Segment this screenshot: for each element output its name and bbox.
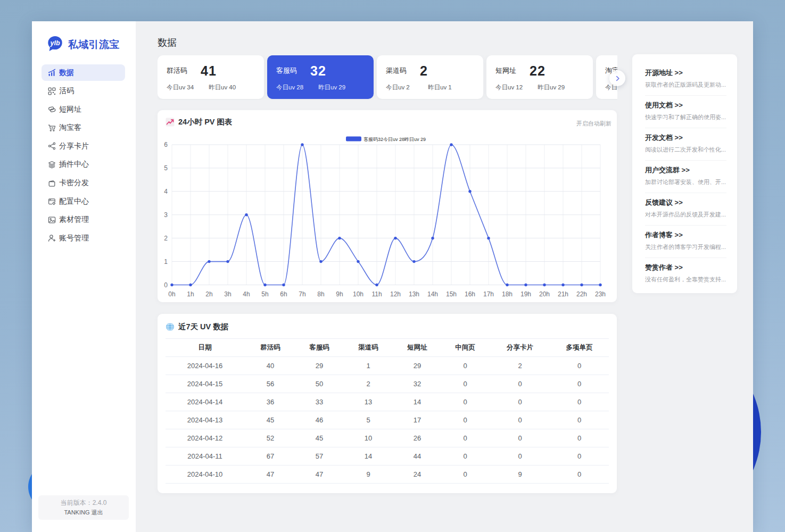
- stat-value: 22: [530, 63, 546, 79]
- table-cell: 0: [440, 393, 490, 411]
- table-cell: 44: [394, 447, 440, 466]
- sidebar-item-account[interactable]: 账号管理: [42, 230, 125, 246]
- svg-text:19h: 19h: [520, 290, 531, 298]
- link-item-blog[interactable]: 作者博客 >>关注作者的博客学习开发编程...: [645, 226, 726, 258]
- table-cell: 0: [490, 393, 550, 411]
- table-cell: 0: [440, 447, 490, 466]
- svg-text:11h: 11h: [371, 290, 382, 298]
- table-cell: 0: [440, 375, 490, 393]
- stat-card-3[interactable]: 渠道码2今日uv 2昨日uv 1: [377, 55, 483, 99]
- auto-refresh-toggle[interactable]: 开启自动刷新: [576, 120, 612, 128]
- stat-value: 41: [201, 63, 217, 79]
- table-cell: 0: [490, 447, 550, 466]
- table-cell: 9: [342, 466, 394, 484]
- table-cell: 67: [244, 447, 296, 466]
- stat-card-2[interactable]: 客服码32今日uv 28昨日uv 29: [267, 55, 374, 99]
- table-cell: 0: [490, 411, 550, 429]
- carousel-next-button[interactable]: [609, 70, 625, 86]
- table-row: 2024-04-1252451026000: [166, 429, 609, 447]
- table-cell: 33: [296, 393, 342, 411]
- sidebar-item-qrcode[interactable]: 活码: [42, 83, 125, 99]
- table-cell: 0: [490, 429, 550, 447]
- stat-value: 2: [420, 63, 428, 79]
- table-cell: 36: [244, 393, 296, 411]
- account-logout[interactable]: TANKING 退出: [38, 509, 129, 517]
- svg-text:4h: 4h: [243, 290, 250, 298]
- table-cell: 13: [342, 393, 394, 411]
- pv-line-chart: 01234560h1h2h3h4h5h6h7h8h9h10h11h12h13h1…: [158, 131, 617, 302]
- svg-text:4: 4: [164, 188, 168, 195]
- svg-text:17h: 17h: [483, 290, 494, 298]
- sidebar-item-shorturl[interactable]: 短网址: [42, 101, 125, 118]
- link-desc: 对本开源作品的反馈及开发建...: [645, 211, 726, 218]
- cart-icon: [48, 124, 56, 132]
- svg-text:3: 3: [164, 211, 168, 219]
- svg-text:23h: 23h: [595, 290, 606, 298]
- stat-card-4[interactable]: 短网址22今日uv 12昨日uv 29: [486, 55, 593, 99]
- svg-text:20h: 20h: [539, 290, 550, 298]
- sidebar-item-config[interactable]: 配置中心: [42, 193, 125, 210]
- uv-table: 日期群活码客服码渠道码短网址中间页分享卡片多项单页 2024-04-164029…: [166, 338, 609, 484]
- link-item-usage[interactable]: 使用文档 >>快速学习和了解正确的使用姿...: [645, 96, 726, 128]
- link-item-group[interactable]: 用户交流群 >>加群讨论部署安装、使用、开...: [645, 161, 726, 193]
- sidebar-item-label: 数据: [59, 68, 74, 78]
- table-header-cell: 多项单页: [550, 339, 609, 357]
- table-cell: 2024-04-13: [166, 411, 244, 429]
- account-name: TANKING: [64, 509, 89, 516]
- link-item-source[interactable]: 开源地址 >>获取作者的正版源码及更新动...: [645, 63, 726, 96]
- logo-bubble-icon: ylb: [46, 35, 66, 55]
- svg-text:13h: 13h: [409, 290, 419, 298]
- table-header-cell: 渠道码: [342, 339, 394, 357]
- stat-yesterday-uv: 昨日uv 29: [538, 84, 565, 92]
- svg-text:5: 5: [164, 164, 168, 172]
- link-item-feedback[interactable]: 反馈建议 >>对本开源作品的反馈及开发建...: [645, 193, 726, 226]
- svg-text:客服码32今日uv 28昨日uv 29: 客服码32今日uv 28昨日uv 29: [363, 137, 426, 142]
- link-title: 开发文档 >>: [645, 134, 726, 142]
- chart-legend[interactable]: 客服码32今日uv 28昨日uv 29: [346, 137, 426, 142]
- table-cell: 29: [394, 357, 440, 375]
- sidebar-item-label: 淘宝客: [59, 123, 81, 132]
- table-cell: 14: [342, 447, 394, 466]
- chart-bars-icon: [48, 69, 56, 77]
- table-cell: 45: [296, 429, 342, 447]
- uv-table-card: 近7天 UV 数据 日期群活码客服码渠道码短网址中间页分享卡片多项单页 2024…: [158, 314, 617, 493]
- link-icon: [48, 105, 56, 113]
- sidebar-item-taobao[interactable]: 淘宝客: [42, 120, 125, 136]
- svg-text:15h: 15h: [446, 290, 457, 298]
- link-item-dev[interactable]: 开发文档 >>阅读以进行二次开发和个性化...: [645, 128, 726, 161]
- table-cell: 0: [550, 357, 609, 375]
- table-cell: 0: [550, 447, 609, 466]
- table-cell: 2: [342, 375, 394, 393]
- svg-text:18h: 18h: [502, 290, 513, 298]
- table-cell: 47: [244, 466, 296, 484]
- link-item-donate[interactable]: 赞赏作者 >>没有任何盈利，全靠赞赏支持...: [645, 258, 726, 290]
- sidebar-item-data[interactable]: 数据: [42, 64, 125, 81]
- table-cell: 0: [550, 411, 609, 429]
- table-cell: 0: [440, 357, 490, 375]
- sidebar-item-cards[interactable]: 分享卡片: [42, 138, 125, 154]
- link-desc: 获取作者的正版源码及更新动...: [645, 81, 726, 88]
- svg-text:2: 2: [164, 235, 168, 242]
- svg-text:2h: 2h: [205, 290, 212, 298]
- stat-value: 32: [310, 63, 326, 79]
- link-desc: 没有任何盈利，全靠赞赏支持...: [645, 276, 726, 283]
- sidebar-item-plugins[interactable]: 插件中心: [42, 156, 125, 173]
- table-header-cell: 短网址: [394, 339, 440, 357]
- sidebar-item-keys[interactable]: 卡密分发: [42, 175, 125, 192]
- logo-badge-text: ylb: [49, 39, 60, 47]
- table-cell: 10: [342, 429, 394, 447]
- image-icon: [48, 216, 56, 224]
- table-cell: 29: [296, 357, 342, 375]
- link-title: 反馈建议 >>: [645, 198, 726, 207]
- svg-text:9h: 9h: [336, 290, 343, 298]
- table-cell: 0: [440, 429, 490, 447]
- table-cell: 9: [490, 466, 550, 484]
- sidebar-item-assets[interactable]: 素材管理: [42, 212, 125, 228]
- sidebar-item-label: 素材管理: [59, 215, 89, 225]
- stat-card-1[interactable]: 群活码41今日uv 34昨日uv 40: [158, 55, 264, 99]
- logout-link[interactable]: 退出: [92, 509, 103, 516]
- table-cell: 0: [550, 393, 609, 411]
- app-logo[interactable]: ylb 私域引流宝: [46, 35, 120, 55]
- trend-chart-icon: [166, 118, 175, 127]
- table-header-cell: 日期: [166, 339, 244, 357]
